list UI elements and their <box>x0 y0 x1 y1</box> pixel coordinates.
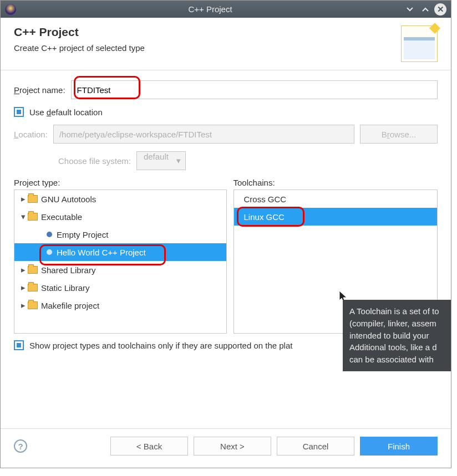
tree-item-static-library[interactable]: Static Library <box>14 279 226 296</box>
wizard-footer: ? < Back Next > Cancel Finish <box>1 428 451 468</box>
next-button[interactable]: Next > <box>194 437 271 455</box>
cancel-button[interactable]: Cancel <box>277 437 354 455</box>
dot-icon <box>47 232 52 237</box>
filter-supported-label: Show project types and toolchains only i… <box>29 341 292 350</box>
dot-icon <box>47 249 52 255</box>
browse-button: Browse... Browse... <box>360 125 438 144</box>
folder-icon <box>28 195 38 203</box>
titlebar: C++ Project ✕ <box>1 1 451 18</box>
page-title: C++ Project <box>14 25 401 39</box>
arrow-expanded-icon[interactable] <box>19 212 28 222</box>
filter-supported-checkbox[interactable] <box>14 340 24 350</box>
tree-item-hello-world[interactable]: Hello World C++ Project <box>14 243 226 261</box>
help-button[interactable]: ? <box>14 439 27 453</box>
wizard-header: C++ Project Create C++ project of select… <box>1 18 451 68</box>
filesystem-select: default ▾ <box>136 151 186 170</box>
choose-fs-label: Choose file system: <box>58 156 131 166</box>
tree-item-gnu-autotools[interactable]: GNU Autotools <box>14 190 226 208</box>
tree-item-executable[interactable]: Executable <box>14 208 226 226</box>
arrow-collapsed-icon[interactable] <box>19 265 28 275</box>
location-input <box>53 125 354 144</box>
arrow-collapsed-icon[interactable] <box>19 194 28 204</box>
toolchain-cross-gcc[interactable]: Cross GCC <box>234 190 437 208</box>
project-type-label: Project type: <box>14 178 227 187</box>
close-button[interactable]: ✕ <box>434 3 446 16</box>
window-title: C++ Project <box>19 4 401 14</box>
tree-item-shared-library[interactable]: Shared Library <box>14 261 226 279</box>
tree-item-makefile-project[interactable]: Makefile project <box>14 296 226 314</box>
tree-item-empty-project[interactable]: Empty Project <box>14 226 226 243</box>
location-label: Location: Location: <box>14 130 48 139</box>
use-default-location-checkbox[interactable] <box>14 107 24 117</box>
project-name-input[interactable] <box>71 80 438 99</box>
minimize-button[interactable] <box>403 3 417 16</box>
toolchain-linux-gcc[interactable]: Linux GCC <box>234 208 437 226</box>
finish-button[interactable]: Finish <box>360 437 438 455</box>
project-name-label: PProject name:roject name: <box>14 85 65 95</box>
use-default-location-label: Use default location Use default locatio… <box>29 108 103 117</box>
eclipse-icon <box>5 4 16 15</box>
toolchains-label: Toolchains: <box>233 178 438 187</box>
folder-icon <box>28 284 38 291</box>
arrow-collapsed-icon[interactable] <box>19 283 28 293</box>
folder-icon <box>28 301 38 309</box>
filesystem-value: default <box>144 152 169 161</box>
arrow-collapsed-icon[interactable] <box>19 300 28 310</box>
maximize-button[interactable] <box>419 3 432 16</box>
wizard-icon <box>401 25 438 62</box>
back-button[interactable]: < Back <box>110 437 188 455</box>
chevron-down-icon: ▾ <box>176 156 181 166</box>
folder-icon <box>28 213 38 221</box>
page-subtitle: Create C++ project of selected type <box>14 43 401 53</box>
toolchain-tooltip: A Toolchain is a set of to (compiler, li… <box>343 300 451 371</box>
folder-icon <box>28 266 38 274</box>
project-type-tree[interactable]: GNU Autotools Executable Empty Project H… <box>14 190 227 334</box>
